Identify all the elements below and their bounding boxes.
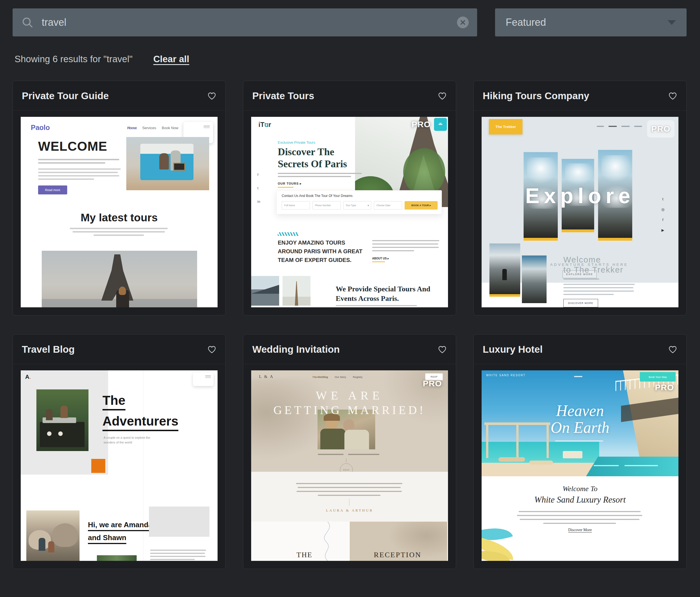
mock-white-section bbox=[251, 472, 448, 522]
accent-hatch bbox=[278, 232, 299, 236]
mock-logo: Paolo bbox=[31, 123, 50, 132]
mock-lounger bbox=[498, 457, 525, 462]
accent-underline bbox=[372, 261, 385, 262]
mock-serif-heading: We Provide Special Tours And Events Acro… bbox=[336, 284, 432, 304]
clear-all-link[interactable]: Clear all bbox=[153, 54, 189, 65]
text-line bbox=[555, 440, 603, 441]
text-line bbox=[150, 559, 195, 560]
mock-discover-button: DISCOVER MORE bbox=[564, 299, 598, 307]
close-icon bbox=[460, 19, 466, 25]
favorite-button[interactable] bbox=[207, 91, 217, 101]
mock-promo-heading: Enjoy amazing tours around Paris with a … bbox=[278, 238, 368, 264]
mock-headlight bbox=[47, 431, 51, 436]
mock-photo-mountain bbox=[522, 256, 547, 303]
mock-form-title: Contact Us And Book The Tour Of Your Dre… bbox=[282, 194, 352, 198]
heart-icon bbox=[668, 91, 678, 101]
mock-heading: Discover The Secrets Of Paris bbox=[278, 146, 362, 170]
text-line bbox=[519, 511, 641, 512]
favorite-button[interactable] bbox=[437, 344, 447, 354]
favorite-button[interactable] bbox=[207, 344, 217, 354]
mock-about-link: ABOUT US ▸ bbox=[372, 257, 389, 260]
template-thumbnail-private-tour-guide[interactable]: Paolo HomeAboutServicesBook Now WELCOME … bbox=[21, 117, 218, 307]
template-thumbnail-hiking-tours[interactable]: The Trekker PRO Explore t◎f▶ YOUR ADVENT… bbox=[482, 117, 678, 307]
mock-cloud bbox=[601, 155, 632, 182]
mock-person bbox=[159, 153, 169, 169]
mock-hero-text: GETTING MARRIED! bbox=[251, 403, 448, 417]
favorite-button[interactable] bbox=[437, 91, 447, 101]
mock-hero-text: On Earth bbox=[482, 419, 678, 436]
text-line bbox=[543, 523, 616, 524]
mock-sofa bbox=[563, 451, 582, 458]
pro-badge: PRO bbox=[655, 383, 674, 392]
text-line bbox=[278, 173, 362, 174]
text-line bbox=[348, 454, 379, 455]
mock-headlight bbox=[58, 431, 63, 436]
mock-cloud bbox=[527, 158, 558, 184]
mock-section-title: RECEPTION bbox=[374, 551, 421, 559]
text-line bbox=[372, 240, 439, 241]
favorite-button[interactable] bbox=[668, 91, 678, 101]
mock-pool bbox=[586, 457, 678, 476]
mock-cloud bbox=[565, 163, 594, 186]
accent-bar bbox=[524, 238, 558, 241]
text-line bbox=[597, 126, 604, 127]
mock-logo: A. bbox=[25, 374, 29, 380]
mock-input: Choose Date bbox=[374, 201, 402, 210]
template-thumbnail-luxury-hotel[interactable]: WHITE SAND RESORT Book Your Stay PRO Hea… bbox=[482, 371, 678, 561]
template-card-luxury-hotel: Luxury Hotel WHITE SAND RESORT bbox=[474, 334, 686, 569]
mock-corner-widget bbox=[434, 118, 447, 131]
mock-person bbox=[39, 538, 45, 551]
mock-gray-box bbox=[149, 506, 209, 537]
template-card-travel-blog: Travel Blog A. The A bbox=[12, 334, 226, 569]
mock-section-title: THE bbox=[297, 551, 312, 559]
favorite-button[interactable] bbox=[668, 344, 678, 354]
mock-social-icons: ftin bbox=[257, 173, 260, 204]
card-header: Luxury Hotel bbox=[474, 334, 686, 364]
template-card-wedding-invitation: Wedding Invitation L & A The WeddingOur … bbox=[243, 334, 456, 569]
mock-logo: WHITE SAND RESORT bbox=[486, 374, 526, 377]
card-title: Luxury Hotel bbox=[483, 344, 543, 355]
search-bar[interactable] bbox=[12, 8, 477, 37]
text-line bbox=[94, 235, 144, 236]
mock-photo-strip bbox=[97, 555, 136, 561]
text-line bbox=[517, 515, 642, 516]
mock-input: Full Name bbox=[282, 201, 310, 210]
template-card-hiking-tours-company: Hiking Tours Company The Trekker PRO Exp… bbox=[474, 81, 686, 315]
heart-icon bbox=[207, 91, 217, 101]
mock-hero-text: Explore bbox=[493, 184, 667, 208]
sort-dropdown[interactable]: Featured bbox=[495, 8, 686, 37]
mock-hero-text: WE ARE bbox=[251, 389, 448, 402]
text-line bbox=[38, 175, 119, 176]
mock-nav: HomeAboutServicesBook Now bbox=[127, 126, 178, 130]
text-line bbox=[73, 231, 165, 233]
heart-icon bbox=[668, 344, 678, 354]
mock-nav: The WeddingOur StoryTravel & StayRegistr… bbox=[312, 375, 362, 379]
text-line bbox=[624, 465, 658, 466]
text-line bbox=[574, 376, 582, 377]
mock-booking-form: Contact Us And Book The Tour Of Your Dre… bbox=[276, 190, 442, 214]
text-line bbox=[298, 487, 401, 488]
search-input[interactable] bbox=[42, 17, 449, 28]
mock-input: Phone Number bbox=[312, 201, 341, 210]
mock-rover bbox=[40, 422, 84, 447]
text-line bbox=[38, 172, 118, 173]
text-line bbox=[150, 556, 205, 557]
text-line bbox=[38, 159, 119, 160]
template-thumbnail-travel-blog[interactable]: A. The Adventurers A couple on a quest t… bbox=[21, 371, 218, 561]
accent-bar bbox=[490, 294, 520, 297]
card-header: Hiking Tours Company bbox=[474, 81, 686, 111]
mock-squiggle bbox=[315, 522, 340, 561]
template-thumbnail-private-tours[interactable]: PRO iTour ftin Exclusive Private Tours D… bbox=[251, 117, 448, 307]
mock-welcome-heading: White Sand Luxury Resort bbox=[482, 495, 678, 505]
text-line bbox=[594, 465, 619, 466]
accent-bar bbox=[598, 238, 632, 241]
mock-foliage bbox=[403, 148, 445, 196]
hamburger-icon bbox=[205, 376, 211, 376]
template-card-private-tours: Private Tours PRO iTour ftin Exclusive P… bbox=[243, 81, 456, 315]
text-line bbox=[372, 243, 438, 244]
clear-search-button[interactable] bbox=[457, 17, 469, 28]
template-thumbnail-wedding-invitation[interactable]: L & A The WeddingOur StoryTravel & StayR… bbox=[251, 371, 448, 561]
mock-sign bbox=[173, 163, 185, 171]
mock-person bbox=[48, 541, 54, 552]
card-header: Wedding Invitation bbox=[243, 334, 456, 364]
